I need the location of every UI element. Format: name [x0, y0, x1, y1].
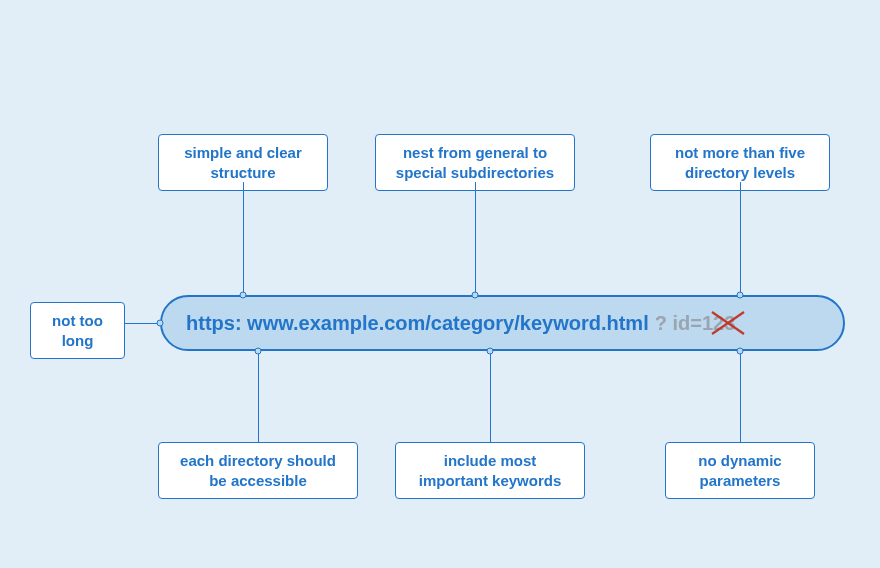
tip-label: not too long: [52, 312, 103, 349]
connector-dot: [737, 348, 744, 355]
tip-directory-accessible: each directory should be accessible: [158, 442, 358, 499]
url-main-text: https: www.example.com/category/keyword.…: [186, 312, 649, 335]
connector-dot: [472, 292, 479, 299]
tip-label: simple and clear structure: [184, 144, 302, 181]
connector-line: [475, 182, 476, 295]
tip-no-dynamic: no dynamic parameters: [665, 442, 815, 499]
connector-dot: [737, 292, 744, 299]
connector-dot: [487, 348, 494, 355]
tip-label: not more than five directory levels: [675, 144, 805, 181]
connector-line: [243, 182, 244, 295]
tip-not-too-long: not too long: [30, 302, 125, 359]
url-query-value: ? id=123: [655, 312, 736, 334]
tip-label: include most important keywords: [419, 452, 562, 489]
tip-label: nest from general to special subdirector…: [396, 144, 554, 181]
connector-line: [258, 351, 259, 442]
connector-line: [490, 351, 491, 442]
connector-line: [740, 182, 741, 295]
connector-dot: [255, 348, 262, 355]
connector-line: [125, 323, 160, 324]
tip-keywords: include most important keywords: [395, 442, 585, 499]
connector-line: [740, 351, 741, 442]
tip-label: no dynamic parameters: [698, 452, 781, 489]
connector-dot: [240, 292, 247, 299]
url-query-text: ? id=123: [655, 312, 736, 335]
tip-label: each directory should be accessible: [180, 452, 336, 489]
url-bar: https: www.example.com/category/keyword.…: [160, 295, 845, 351]
connector-dot: [157, 320, 164, 327]
